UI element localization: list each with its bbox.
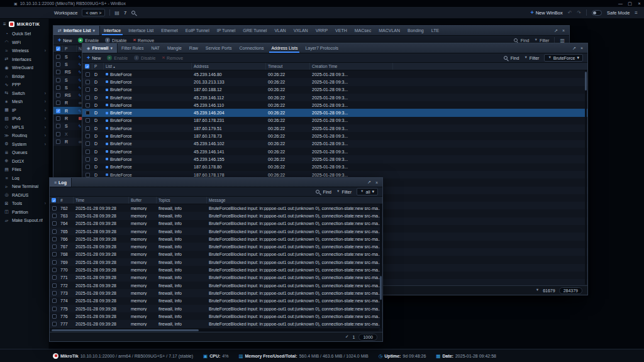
address-list-row[interactable]: DBruteForce187.60.178.23100:26:222025-01… [82,117,587,124]
remove-button[interactable]: × Remove [133,38,154,43]
row-checkbox[interactable] [86,80,90,84]
row-checkbox[interactable] [56,55,60,59]
select-all-checkbox[interactable] [52,198,56,202]
menu-icon[interactable]: ≡ [635,10,638,16]
address-list-row[interactable]: DBruteForce45.239.146.8000:26:222025-01-… [82,70,587,78]
windows-grid-icon[interactable]: ▤ [114,10,119,16]
row-checkbox[interactable] [86,103,90,107]
log-row[interactable]: 7642025-01-28 09:39:28memoryfirewall, in… [50,220,382,228]
address-list-row[interactable]: DBruteForce187.60.179.5100:26:222025-01-… [82,124,587,132]
maximize-button[interactable]: ▢ [625,0,635,7]
interface-window-titlebar[interactable]: ⇄ Interface List ▾ InterfaceInterface Li… [53,26,569,36]
search-icon[interactable] [131,10,136,16]
popout-icon[interactable]: ↗ [554,28,558,33]
workspace-select[interactable]: < own > [82,9,105,16]
sidebar-item-interfaces[interactable]: ⇄Interfaces [0,55,48,64]
row-checkbox[interactable] [56,78,60,82]
row-checkbox[interactable] [56,140,60,144]
tab-gre-tunnel[interactable]: GRE Tunnel [239,26,270,35]
select-all-checkbox[interactable] [56,47,60,51]
column-header-flags[interactable]: P [92,63,104,70]
address-list-row[interactable]: DBruteForce187.60.188.1200:26:222025-01-… [82,86,587,94]
column-header-timeout[interactable]: Timeout [266,63,310,70]
tab-macsec[interactable]: MACsec [351,26,375,35]
row-checkbox[interactable] [56,101,60,105]
log-row[interactable]: 7622025-01-28 09:39:28memoryfirewall, in… [50,204,382,212]
minimize-button[interactable]: — [616,0,625,7]
row-checkbox[interactable] [52,275,57,280]
row-checkbox[interactable] [52,322,57,326]
tab-mangle[interactable]: Mangle [164,43,186,53]
tab-nat[interactable]: NAT [147,43,163,53]
column-header-id[interactable]: # [58,197,74,204]
filter-button[interactable]: ▼ Filter [336,190,352,194]
scrollbar-thumb[interactable] [585,72,587,90]
log-row[interactable]: 7662025-01-28 09:39:28memoryfirewall, in… [50,235,382,243]
find-button[interactable]: Find [315,189,331,195]
column-header-buffer[interactable]: Buffer [129,197,157,204]
row-checkbox[interactable] [86,118,90,123]
sidebar-item-quick-set[interactable]: ◔Quick Set [0,30,48,38]
row-checkbox[interactable] [52,237,57,241]
undo-icon[interactable]: ↶ [568,10,572,16]
new-button[interactable]: + New [58,38,72,43]
select-all-checkbox[interactable] [85,64,89,69]
tab-veth[interactable]: VETH [331,26,351,35]
log-window-title-tab[interactable]: ≡ Log [50,178,72,187]
row-checkbox[interactable] [56,62,60,67]
remove-button[interactable]: × Remove [162,55,183,60]
sidebar-item-tools[interactable]: ⊠Tools› [0,199,48,208]
close-button[interactable]: × [635,0,644,7]
column-header-topics[interactable]: Topics [157,197,207,204]
column-header-address[interactable]: Address [192,63,266,70]
sidebar-item-mpls[interactable]: ◇MPLS› [0,123,48,132]
sidebar-item-radius[interactable]: ◎RADIUS [0,191,48,200]
tab-macvlan[interactable]: MACVLAN [375,26,404,35]
tab-filter-rules[interactable]: Filter Rules [118,43,147,53]
sidebar-item-wifi[interactable]: ◠WiFi [0,38,48,47]
log-window-titlebar[interactable]: ≡ Log ↗ × [50,178,382,187]
row-checkbox[interactable] [52,221,57,226]
log-row[interactable]: 7722025-01-28 09:39:28memoryfirewall, in… [50,282,382,289]
row-checkbox[interactable] [56,109,60,113]
sidebar-item-wireless[interactable]: ≈Wireless› [0,47,48,55]
log-row[interactable]: 7752025-01-28 09:39:28memoryfirewall, in… [50,305,382,312]
row-checkbox[interactable] [86,165,90,169]
row-checkbox[interactable] [52,268,57,272]
column-header-message[interactable]: Message [207,197,382,204]
column-header-creation-time[interactable]: Creation Time [310,63,393,70]
tab-lte[interactable]: LTE [428,26,443,35]
sidebar-item-files[interactable]: ▤Files [0,165,48,174]
redo-icon[interactable]: ↷ [577,10,581,16]
address-list-row[interactable]: DBruteForce187.60.178.7300:26:222025-01-… [82,132,587,140]
column-header-list[interactable]: List ▴ [104,63,192,70]
row-checkbox[interactable] [52,314,57,319]
log-row[interactable]: 7742025-01-28 09:39:28memoryfirewall, in… [50,297,382,305]
sidebar-item-wireguard[interactable]: ◉WireGuard [0,63,48,72]
sidebar-item-queues[interactable]: ≣Queues [0,148,48,157]
new-button[interactable]: + New [87,55,101,61]
interface-window-title-tab[interactable]: ⇄ Interface List ▾ [53,26,100,35]
firewall-window-titlebar[interactable]: ◈ Firewall ▾ Filter RulesNATMangleRawSer… [82,43,587,53]
filter-button[interactable]: ▼ Filter [524,56,539,60]
log-row[interactable]: 7652025-01-28 09:39:28memoryfirewall, in… [50,228,382,235]
tab-raw[interactable]: Raw [186,43,202,53]
row-checkbox[interactable] [52,260,57,265]
log-row[interactable]: 7692025-01-28 09:39:28memoryfirewall, in… [50,258,382,266]
enable-button[interactable]: ▶ Enable [78,38,99,43]
address-list-row[interactable]: DBruteForce45.239.146.15500:26:222025-01… [82,155,587,163]
tab-ethernet[interactable]: Ethernet [157,26,181,35]
log-row[interactable]: 7702025-01-28 09:39:28memoryfirewall, in… [50,266,382,273]
sidebar-item-ppp[interactable]: ∿PPP [0,80,48,89]
log-row[interactable]: 7682025-01-28 09:39:28memoryfirewall, in… [50,251,382,258]
find-button[interactable]: Find [503,55,519,61]
address-list-row[interactable]: DBruteForce45.239.146.10200:26:222025-01… [82,140,587,148]
log-row[interactable]: 7732025-01-28 09:39:28memoryfirewall, in… [50,289,382,297]
new-winbox-button[interactable]: + New WinBox [530,10,562,16]
row-checkbox[interactable] [86,141,90,146]
log-row[interactable]: 7712025-01-28 09:39:28memoryfirewall, in… [50,274,382,282]
vertical-scrollbar[interactable] [380,204,382,328]
row-checkbox[interactable] [86,150,90,154]
filter-button[interactable]: ▼ Filter [534,38,549,43]
address-list-row[interactable]: DBruteForce45.239.146.11200:26:222025-01… [82,94,587,101]
